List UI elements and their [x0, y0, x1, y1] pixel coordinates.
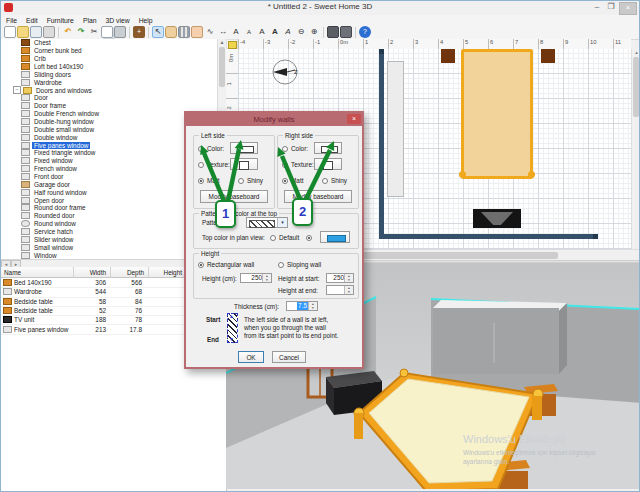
right-matt-radio[interactable] — [282, 178, 288, 184]
wall-vertical[interactable] — [379, 49, 384, 239]
title-bar[interactable]: * Untitled 2 - Sweet Home 3D – ❐ × — [1, 1, 639, 15]
photo-icon[interactable] — [327, 26, 339, 38]
top-color-default-radio[interactable] — [270, 235, 276, 241]
add-furniture-icon[interactable]: + — [133, 26, 145, 38]
pattern-dropdown[interactable]: ▾ — [246, 217, 288, 228]
top-color-swatch-button[interactable] — [320, 231, 350, 243]
select-tool-icon[interactable]: ↖ — [152, 26, 164, 38]
create-rooms-icon[interactable] — [191, 26, 203, 38]
column-header-width[interactable]: Width — [74, 267, 111, 278]
left-texture-radio[interactable] — [198, 162, 204, 168]
catalog-item[interactable]: Corner bunk bed — [1, 47, 227, 55]
collapse-toggle-icon[interactable]: − — [13, 86, 21, 94]
ruler-corner — [226, 39, 238, 49]
right-shiny-radio[interactable] — [322, 178, 328, 184]
left-color-swatch-button[interactable] — [230, 142, 258, 154]
wall-horizontal[interactable] — [379, 234, 598, 239]
plan-vertical-scrollbar[interactable]: ▴ — [631, 49, 640, 249]
window-icon — [21, 142, 30, 149]
wardrobe-front-3d — [433, 308, 559, 374]
catalog-item[interactable]: Door — [1, 94, 227, 102]
pan-tool-icon[interactable] — [165, 26, 177, 38]
increase-text-size-icon[interactable]: A — [256, 26, 268, 38]
maximize-button[interactable]: ❐ — [603, 2, 619, 13]
right-texture-radio[interactable] — [282, 162, 288, 168]
left-texture-button[interactable] — [230, 158, 258, 170]
catalog-item[interactable]: Wardrobe — [1, 78, 227, 86]
create-polylines-icon[interactable]: ∿ — [204, 26, 216, 38]
menu-3d-view[interactable]: 3D view — [105, 17, 129, 24]
height-spinner[interactable]: 250▴▾ — [240, 273, 272, 283]
compass-icon[interactable]: z — [271, 58, 299, 86]
catalog-category[interactable]: −Doors and windows — [1, 86, 227, 94]
right-color-radio[interactable] — [282, 146, 288, 152]
height-at-start-spinner[interactable]: 250▴▾ — [326, 273, 354, 283]
menu-file[interactable]: File — [6, 17, 17, 24]
top-color-custom-radio[interactable] — [306, 235, 312, 241]
catalog-item[interactable]: Sliding doors — [1, 70, 227, 78]
create-walls-icon[interactable] — [178, 26, 190, 38]
ok-button[interactable]: OK — [238, 351, 264, 363]
plan-tv-unit[interactable] — [473, 209, 521, 228]
dialog-close-icon[interactable]: × — [347, 114, 361, 124]
left-matt-radio[interactable] — [198, 178, 204, 184]
cut-icon[interactable]: ✂ — [88, 26, 100, 38]
bed-icon — [21, 47, 30, 54]
bold-icon[interactable]: A — [269, 26, 281, 38]
close-button[interactable]: × — [619, 2, 637, 15]
copy-icon[interactable] — [101, 26, 113, 38]
selection-indicator[interactable] — [528, 171, 535, 178]
window-icon — [21, 149, 30, 156]
wardrobe-icon — [21, 79, 30, 86]
cancel-button[interactable]: Cancel — [272, 351, 306, 363]
right-color-swatch-button[interactable] — [314, 142, 342, 154]
delete-icon[interactable] — [114, 26, 126, 38]
catalog-item[interactable]: Crib — [1, 55, 227, 63]
right-texture-button[interactable] — [314, 158, 342, 170]
plan-bedside-table[interactable] — [541, 49, 555, 63]
catalog-item[interactable]: Loft bed 140x190 — [1, 63, 227, 71]
open-icon[interactable] — [17, 26, 29, 38]
column-header-height[interactable]: Height — [149, 267, 187, 278]
catalog-item[interactable]: Chest — [1, 39, 227, 47]
print-icon[interactable] — [43, 26, 55, 38]
create-dimensions-icon[interactable]: ↔ — [217, 26, 229, 38]
dialog-title[interactable]: Modify walls — [186, 113, 362, 126]
left-shiny-radio[interactable] — [238, 178, 244, 184]
catalog-item[interactable]: Door frame — [1, 102, 227, 110]
tv-unit-icon — [3, 316, 12, 323]
scrollbar-thumb[interactable] — [633, 57, 639, 117]
wall-endpoint[interactable] — [379, 49, 384, 54]
zoom-in-icon[interactable]: ⊕ — [308, 26, 320, 38]
menu-plan[interactable]: Plan — [83, 17, 97, 24]
height-at-end-spinner[interactable]: ▴▾ — [326, 285, 354, 295]
window-icon — [21, 165, 30, 172]
plan-bedside-table[interactable] — [441, 49, 455, 63]
thickness-spinner[interactable]: 7.5▴▾ — [286, 301, 318, 311]
rectangular-wall-radio[interactable] — [198, 262, 204, 268]
column-header-depth[interactable]: Depth — [111, 267, 149, 278]
bed-leg-3d — [354, 413, 363, 439]
left-color-radio[interactable] — [198, 146, 204, 152]
add-text-icon[interactable]: A — [230, 26, 242, 38]
plan-bed[interactable] — [461, 49, 533, 179]
video-icon[interactable] — [340, 26, 352, 38]
redo-icon[interactable]: ↷ — [75, 26, 87, 38]
undo-icon[interactable]: ↶ — [62, 26, 74, 38]
wall-endpoint[interactable] — [593, 234, 598, 239]
column-header-name[interactable]: Name — [1, 267, 74, 278]
sloping-wall-radio[interactable] — [278, 262, 284, 268]
scrollbar-thumb[interactable] — [219, 47, 225, 87]
plan-wardrobe[interactable] — [387, 61, 404, 197]
menu-edit[interactable]: Edit — [26, 17, 38, 24]
menu-help[interactable]: Help — [139, 17, 153, 24]
save-icon[interactable] — [30, 26, 42, 38]
selection-indicator[interactable] — [459, 171, 466, 178]
zoom-out-icon[interactable]: ⊖ — [295, 26, 307, 38]
decrease-text-size-icon[interactable]: A — [243, 26, 255, 38]
windows-activation-watermark: ayarlarına gidin. — [463, 458, 509, 465]
menu-furniture[interactable]: Furniture — [47, 17, 74, 24]
italic-icon[interactable]: A — [282, 26, 294, 38]
help-icon[interactable]: ? — [359, 26, 371, 38]
new-file-icon[interactable] — [4, 26, 16, 38]
